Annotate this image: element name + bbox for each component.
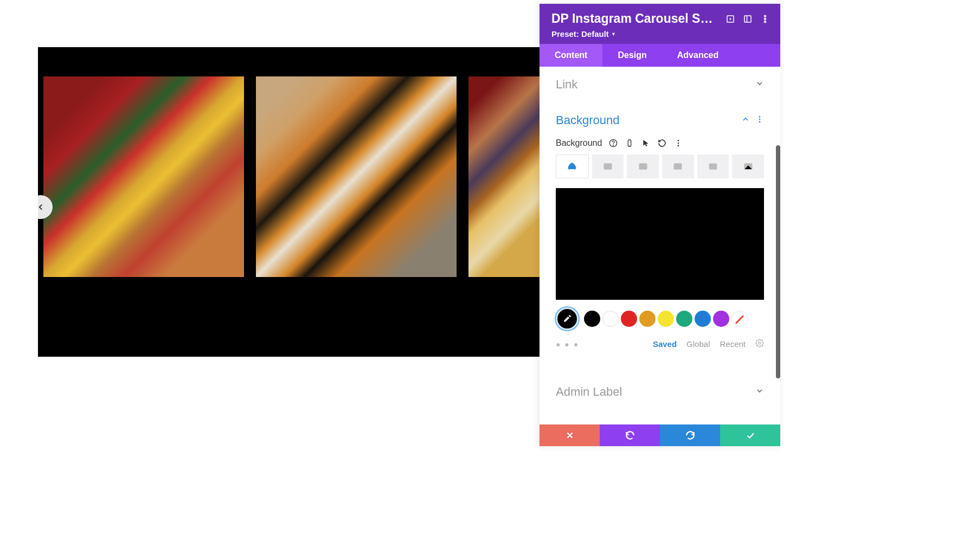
svg-point-13 xyxy=(630,145,630,145)
swatch-purple[interactable] xyxy=(713,311,729,327)
tab-content[interactable]: Content xyxy=(540,44,602,67)
chevron-down-icon xyxy=(755,79,764,90)
palette-tab-recent[interactable]: Recent xyxy=(720,339,746,349)
panel-body: Link Background xyxy=(540,67,780,424)
phone-icon[interactable] xyxy=(625,138,634,148)
save-button[interactable] xyxy=(720,424,780,446)
svg-point-14 xyxy=(678,140,679,141)
more-icon[interactable] xyxy=(760,14,770,24)
bg-tab-mask[interactable] xyxy=(732,155,764,178)
svg-point-16 xyxy=(678,145,679,146)
section-background: Background Background xyxy=(540,102,780,363)
svg-rect-2 xyxy=(744,16,751,22)
svg-point-7 xyxy=(759,116,761,118)
undo-button[interactable] xyxy=(600,424,660,446)
field-more-icon[interactable] xyxy=(673,138,683,148)
svg-marker-24 xyxy=(678,165,679,167)
wireframe-icon[interactable] xyxy=(742,14,753,24)
preset-label: Preset: Default xyxy=(551,29,609,38)
palette-tab-global[interactable]: Global xyxy=(686,339,710,349)
chevron-up-icon xyxy=(741,115,750,126)
carousel-image-1[interactable] xyxy=(43,76,244,277)
swatch-yellow[interactable] xyxy=(658,311,674,327)
bg-tab-image[interactable] xyxy=(627,155,659,178)
swatch-red[interactable] xyxy=(621,311,637,327)
svg-point-19 xyxy=(574,165,575,166)
background-type-tabs xyxy=(556,155,764,178)
svg-point-18 xyxy=(572,164,573,165)
svg-point-11 xyxy=(613,145,614,146)
tab-design[interactable]: Design xyxy=(602,44,662,67)
svg-point-1 xyxy=(730,18,731,20)
section-link-header[interactable]: Link xyxy=(540,67,780,102)
carousel-image-2[interactable] xyxy=(256,76,457,277)
reset-icon[interactable] xyxy=(657,138,667,148)
svg-point-8 xyxy=(759,119,761,120)
scrollbar-thumb[interactable] xyxy=(776,145,780,378)
panel-title: DP Instagram Carousel Setti… xyxy=(551,11,718,26)
svg-point-27 xyxy=(759,342,761,344)
bg-tab-pattern[interactable] xyxy=(697,155,729,178)
bg-tab-color[interactable] xyxy=(556,155,589,178)
section-admin-header[interactable]: Admin Label xyxy=(540,374,780,410)
palette-more-icon[interactable]: ● ● ● xyxy=(556,340,579,349)
carousel-image-3[interactable] xyxy=(468,76,542,277)
eyedropper-button[interactable] xyxy=(556,307,579,330)
section-admin-title: Admin Label xyxy=(556,385,622,399)
panel-footer xyxy=(540,424,780,446)
svg-point-15 xyxy=(678,143,679,144)
cancel-button[interactable] xyxy=(540,424,600,446)
section-admin-label: Admin Label xyxy=(540,374,780,410)
gear-icon[interactable] xyxy=(755,339,764,349)
redo-button[interactable] xyxy=(660,424,720,446)
svg-point-17 xyxy=(570,165,571,166)
section-link-title: Link xyxy=(556,78,577,92)
bg-tab-video[interactable] xyxy=(662,155,694,178)
swatch-orange[interactable] xyxy=(639,311,656,327)
palette-tab-saved[interactable]: Saved xyxy=(653,339,677,349)
caret-down-icon: ▼ xyxy=(611,31,616,37)
swatch-blue[interactable] xyxy=(695,311,711,327)
background-controls: Background xyxy=(540,138,780,363)
bg-tab-gradient[interactable] xyxy=(592,155,624,178)
expand-icon[interactable] xyxy=(725,14,736,24)
panel-header: DP Instagram Carousel Setti… Preset: Def… xyxy=(540,4,780,44)
svg-point-6 xyxy=(765,21,766,22)
help-icon[interactable] xyxy=(608,138,618,148)
panel-tabs: Content Design Advanced xyxy=(540,44,780,67)
section-link: Link xyxy=(540,67,780,102)
swatch-none[interactable] xyxy=(731,311,748,327)
background-label: Background xyxy=(556,138,602,148)
preset-dropdown[interactable]: Preset: Default ▼ xyxy=(551,29,770,38)
hover-icon[interactable] xyxy=(641,138,651,148)
color-preview[interactable] xyxy=(556,188,764,300)
svg-point-5 xyxy=(765,18,766,20)
svg-point-4 xyxy=(765,15,766,17)
palette-footer: ● ● ● Saved Global Recent xyxy=(556,336,764,352)
svg-point-9 xyxy=(759,121,761,123)
section-more-icon[interactable] xyxy=(755,115,764,126)
color-swatches xyxy=(556,307,764,330)
section-background-header[interactable]: Background xyxy=(540,102,780,138)
chevron-down-icon xyxy=(755,387,764,397)
section-background-title: Background xyxy=(556,113,619,127)
swatch-green[interactable] xyxy=(676,311,692,327)
settings-panel: DP Instagram Carousel Setti… Preset: Def… xyxy=(540,4,780,446)
swatch-black[interactable] xyxy=(584,311,600,327)
tab-advanced[interactable]: Advanced xyxy=(662,44,734,67)
swatch-white[interactable] xyxy=(602,311,619,327)
